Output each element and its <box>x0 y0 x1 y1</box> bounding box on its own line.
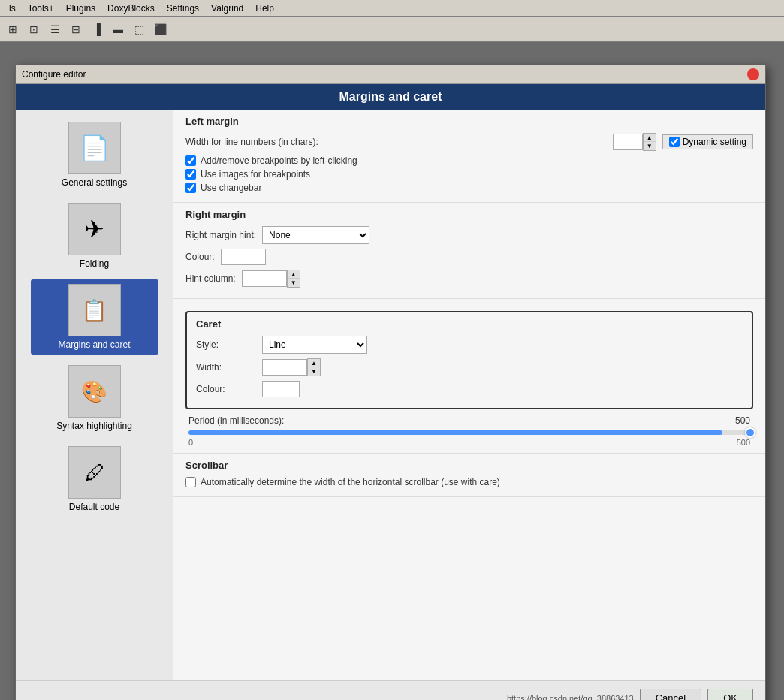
sidebar-label-syntax-highlighting: Syntax highlighting <box>56 421 132 431</box>
toolbar-btn-4[interactable]: ⊟ <box>66 20 86 39</box>
period-slider-fill <box>188 430 722 435</box>
dialog-titlebar: Configure editor <box>16 65 765 84</box>
menu-settings[interactable]: Settings <box>161 2 205 15</box>
auto-scrollbar-row: Automatically determine the width of the… <box>185 477 753 487</box>
margins-icon <box>68 284 121 336</box>
hint-column-arrows: ▲ ▼ <box>287 270 300 288</box>
caret-width-up[interactable]: ▲ <box>308 359 320 367</box>
width-spinbox-container: 0 ▲ ▼ <box>613 133 656 151</box>
cancel-button[interactable]: Cancel <box>640 689 701 700</box>
caret-width-down[interactable]: ▼ <box>308 367 320 376</box>
menu-doxyblocks[interactable]: DoxyBlocks <box>101 2 161 15</box>
right-margin-hint-label: Right margin hint: <box>185 230 256 240</box>
period-container: Period (in milliseconds): 500 0 500 <box>185 415 753 447</box>
caret-width-spinbox: 1 ▲ ▼ <box>262 358 321 376</box>
toolbar-btn-6[interactable]: ▬ <box>108 20 128 39</box>
add-breakpoints-label: Add/remove breakpoints by left-clicking <box>201 155 357 166</box>
right-margin-colour-label: Colour: <box>185 252 215 262</box>
hint-column-input[interactable]: 80 <box>242 270 287 287</box>
toolbar-btn-1[interactable]: ⊞ <box>3 20 23 39</box>
menubar: ls Tools+ Plugins DoxyBlocks Settings Va… <box>0 0 784 17</box>
auto-scrollbar-label: Automatically determine the width of the… <box>201 477 500 487</box>
auto-scrollbar-checkbox[interactable] <box>185 477 196 487</box>
sidebar-item-margins-and-caret[interactable]: Margins and caret <box>31 279 158 355</box>
width-spinbox-up[interactable]: ▲ <box>644 134 656 142</box>
dialog-close-button[interactable] <box>747 68 759 80</box>
toolbar-btn-8[interactable]: ⬛ <box>150 20 170 39</box>
sidebar-item-syntax-highlighting[interactable]: Syntax highlighting <box>31 361 158 436</box>
toolbar: ⊞ ⊡ ☰ ⊟ ▐ ▬ ⬚ ⬛ <box>0 17 784 42</box>
menu-help[interactable]: Help <box>249 2 280 15</box>
caret-style-label: Style: <box>196 339 256 350</box>
sidebar-label-general-settings: General settings <box>62 177 127 188</box>
menu-tools[interactable]: Tools+ <box>22 2 60 15</box>
right-margin-hint-select[interactable]: None Line Background Line and background <box>262 226 369 244</box>
hint-column-down[interactable]: ▼ <box>288 279 300 287</box>
dynamic-setting-checkbox[interactable] <box>669 137 680 147</box>
toolbar-btn-7[interactable]: ⬚ <box>129 20 149 39</box>
left-margin-title: Left margin <box>185 116 753 127</box>
footer-url: https://blog.csdn.net/qq_38863413 <box>28 694 634 701</box>
toolbar-btn-2[interactable]: ⊡ <box>24 20 44 39</box>
use-changebar-label: Use changebar <box>201 183 261 193</box>
caret-colour-label: Colour: <box>196 384 256 394</box>
caret-width-label: Width: <box>196 362 256 373</box>
line-number-controls: 0 ▲ ▼ Dynamic setting <box>613 133 753 151</box>
caret-style-select[interactable]: Line Block Invisible <box>262 336 367 354</box>
use-images-label: Use images for breakpoints <box>201 169 310 180</box>
dialog-title: Configure editor <box>22 69 86 80</box>
right-margin-colour-box[interactable] <box>221 249 266 265</box>
caret-colour-box[interactable] <box>262 381 300 397</box>
period-slider-track[interactable] <box>188 430 750 435</box>
sidebar-label-default-code: Default code <box>69 502 119 512</box>
add-breakpoints-row: Add/remove breakpoints by left-clicking <box>185 155 753 166</box>
use-changebar-checkbox[interactable] <box>185 183 196 193</box>
width-spinbox-down[interactable]: ▼ <box>644 142 656 150</box>
default-code-icon <box>68 446 121 499</box>
menu-valgrind[interactable]: Valgrind <box>205 2 249 15</box>
toolbar-btn-5[interactable]: ▐ <box>87 20 107 39</box>
period-slider-thumb[interactable] <box>745 427 755 438</box>
configure-editor-dialog: Configure editor Margins and caret Gener… <box>15 65 766 700</box>
period-row: Period (in milliseconds): 500 <box>188 415 750 426</box>
use-images-checkbox[interactable] <box>185 169 196 180</box>
background-area: Configure editor Margins and caret Gener… <box>0 42 784 700</box>
scrollbar-title: Scrollbar <box>185 460 753 471</box>
add-breakpoints-checkbox[interactable] <box>185 155 196 166</box>
period-slider-max: 500 <box>737 438 750 447</box>
menu-ls[interactable]: ls <box>3 2 22 15</box>
caret-width-input[interactable]: 1 <box>262 359 307 376</box>
hint-column-up[interactable]: ▲ <box>288 270 300 279</box>
caret-inner-box: Caret Style: Line Block Invisible Width: <box>185 311 753 409</box>
caret-section: Caret Style: Line Block Invisible Width: <box>173 299 765 454</box>
period-slider-min: 0 <box>188 438 193 447</box>
hint-column-row: Hint column: 80 ▲ ▼ <box>185 270 753 288</box>
period-label: Period (in milliseconds): <box>188 415 284 426</box>
width-line-numbers-label: Width for line numbers (in chars): <box>185 137 613 147</box>
sidebar-item-default-code[interactable]: Default code <box>31 442 158 517</box>
syntax-icon <box>68 365 121 418</box>
dialog-body: General settings Folding Margins and car… <box>16 110 765 680</box>
sidebar-item-folding[interactable]: Folding <box>31 198 158 273</box>
sidebar: General settings Folding Margins and car… <box>16 110 173 680</box>
ok-button[interactable]: OK <box>707 689 753 700</box>
use-images-row: Use images for breakpoints <box>185 169 753 180</box>
line-number-row: Width for line numbers (in chars): 0 ▲ ▼ <box>185 133 753 151</box>
width-spinbox-input[interactable]: 0 <box>613 134 643 150</box>
dialog-header-title: Margins and caret <box>339 90 442 103</box>
left-margin-section: Left margin Width for line numbers (in c… <box>173 110 765 203</box>
menu-plugins[interactable]: Plugins <box>60 2 101 15</box>
period-slider-container <box>188 430 750 435</box>
folding-icon <box>68 203 121 255</box>
right-margin-hint-row: Right margin hint: None Line Background … <box>185 226 753 244</box>
sidebar-label-folding: Folding <box>80 258 109 269</box>
general-settings-icon <box>68 122 121 174</box>
dynamic-setting-label[interactable]: Dynamic setting <box>662 134 753 149</box>
right-margin-title: Right margin <box>185 209 753 220</box>
sidebar-item-general-settings[interactable]: General settings <box>31 117 158 192</box>
caret-title: Caret <box>196 318 743 330</box>
toolbar-btn-3[interactable]: ☰ <box>45 20 65 39</box>
scrollbar-section: Scrollbar Automatically determine the wi… <box>173 454 765 497</box>
period-slider-values: 0 500 <box>188 438 750 447</box>
right-margin-section: Right margin Right margin hint: None Lin… <box>173 203 765 299</box>
